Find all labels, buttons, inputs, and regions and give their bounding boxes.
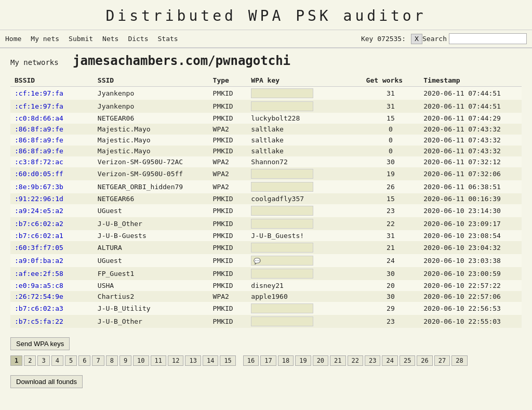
page-button[interactable]: 10 — [133, 355, 149, 366]
bssid-link[interactable]: :86:8f:a9:fe — [15, 147, 63, 155]
bssid-link[interactable]: :26:72:54:9e — [15, 293, 63, 300]
page-button[interactable]: 13 — [185, 355, 201, 366]
page-button[interactable]: 19 — [295, 355, 311, 366]
bssid-link[interactable]: :c3:8f:72:ac — [15, 158, 63, 166]
ssid-cell: NETGEAR_ORBI_hidden79 — [94, 180, 209, 193]
page-button[interactable]: 25 — [400, 355, 415, 366]
table-row: :af:ee:2f:58FP_Guest1PMKID 302020-06-10 … — [10, 267, 522, 280]
getworks-cell: 31 — [362, 230, 420, 241]
bssid-link[interactable]: :cf:1e:97:fa — [15, 102, 63, 110]
wpakey-cell: apple1960 — [247, 291, 362, 302]
timestamp-cell: 2020-06-10 23:14:30 — [419, 204, 522, 217]
wpakey-cell: coolgadfly357 — [247, 193, 362, 204]
nav-dicts[interactable]: Dicts — [128, 35, 148, 43]
bssid-link[interactable]: :b7:c6:02:a1 — [15, 232, 63, 240]
page-button[interactable]: 24 — [382, 355, 397, 366]
table-row: :b7:c6:02:a3J-U-B_UtilityPMKID 292020-06… — [10, 302, 522, 315]
nav-home[interactable]: Home — [5, 35, 21, 43]
nav-stats[interactable]: Stats — [158, 35, 178, 43]
page-button[interactable]: 23 — [365, 355, 380, 366]
getworks-cell: 0 — [362, 135, 420, 146]
page-button[interactable]: 6 — [78, 355, 90, 366]
table-row: :e0:9a:a5:c8USHAPMKIDdisney21202020-06-1… — [10, 280, 522, 291]
timestamp-cell: 2020-06-10 22:56:53 — [419, 302, 522, 315]
bssid-link[interactable]: :8e:9b:67:3b — [15, 183, 63, 191]
getworks-cell: 30 — [362, 267, 420, 280]
bssid-link[interactable]: :86:8f:a9:fe — [15, 136, 63, 144]
bssid-link[interactable]: :e0:9a:a5:c8 — [15, 282, 63, 289]
send-wpa-button[interactable]: Send WPA keys — [10, 337, 70, 350]
timestamp-cell: 2020-06-11 00:16:39 — [419, 193, 522, 204]
page-button[interactable]: 5 — [65, 355, 77, 366]
bssid-link[interactable]: :b7:c6:02:a3 — [15, 305, 63, 312]
page-button[interactable]: 8 — [106, 355, 118, 366]
bssid-link[interactable]: :b7:c5:fa:22 — [15, 318, 63, 325]
page-button[interactable]: 11 — [151, 355, 166, 366]
bssid-link[interactable]: :60:d0:05:ff — [15, 170, 63, 178]
ssid-cell: J-U-B_Other — [94, 315, 209, 328]
type-cell: PMKID — [209, 204, 247, 217]
page-button[interactable]: 14 — [203, 355, 218, 366]
page-button[interactable]: 27 — [434, 355, 450, 366]
timestamp-cell: 2020-06-11 07:43:32 — [419, 124, 522, 135]
page-button[interactable]: 20 — [313, 355, 328, 366]
page-button[interactable]: 21 — [330, 355, 345, 366]
getworks-cell: 23 — [362, 315, 420, 328]
nav-nets[interactable]: Nets — [102, 35, 118, 43]
page-button[interactable]: 2 — [24, 355, 36, 366]
bssid-link[interactable]: :c0:8d:66:a4 — [15, 114, 63, 122]
bssid-link[interactable]: :a9:0f:ba:a2 — [15, 257, 63, 264]
timestamp-cell: 2020-06-11 06:38:51 — [419, 180, 522, 193]
page-button[interactable]: 26 — [417, 355, 432, 366]
table-row: :c3:8f:72:acVerizon-SM-G950U-72ACWPA2Sha… — [10, 156, 522, 167]
clear-button[interactable]: X — [411, 34, 422, 44]
wpakey-box — [251, 243, 313, 253]
table-row: :8e:9b:67:3bNETGEAR_ORBI_hidden79WPA2 26… — [10, 180, 522, 193]
ssid-cell: Majestic.Mayo — [94, 124, 209, 135]
page-button[interactable]: 22 — [348, 355, 363, 366]
bssid-link[interactable]: :af:ee:2f:58 — [15, 270, 63, 277]
col-header-type: Type — [209, 74, 247, 87]
page-button[interactable]: 16 — [243, 355, 259, 366]
search-input[interactable] — [449, 33, 527, 44]
table-row: :b7:c5:fa:22J-U-B_OtherPMKID 232020-06-1… — [10, 315, 522, 328]
nav-submit[interactable]: Submit — [69, 35, 93, 43]
page-button[interactable]: 28 — [451, 355, 467, 366]
type-cell: WPA2 — [209, 291, 247, 302]
download-button[interactable]: Download all founds — [10, 375, 83, 388]
table-body: :cf:1e:97:faJyankenpoPMKID 312020-06-11 … — [10, 87, 522, 328]
data-table: BSSID SSID Type WPA key Get works Timest… — [10, 74, 522, 328]
timestamp-cell: 2020-06-11 07:44:51 — [419, 100, 522, 113]
page-button[interactable]: 7 — [92, 355, 104, 366]
bssid-link[interactable]: :cf:1e:97:fa — [15, 89, 63, 97]
getworks-cell: 19 — [362, 167, 420, 180]
getworks-cell: 31 — [362, 100, 420, 113]
ssid-cell: Majestic.Mayo — [94, 135, 209, 146]
chat-icon: 💬 — [254, 258, 261, 264]
type-cell: PMKID — [209, 87, 247, 100]
wpakey-cell — [247, 241, 362, 254]
nav-bar: Home My nets Submit Nets Dicts Stats Key… — [0, 30, 532, 48]
wpakey-cell: 💬 — [247, 254, 362, 267]
page-button[interactable]: 12 — [168, 355, 183, 366]
table-row: :cf:1e:97:faJyankenpoPMKID 312020-06-11 … — [10, 100, 522, 113]
network-title: jamesachambers.com/pwnagotchi — [73, 54, 290, 68]
page-button[interactable]: 18 — [278, 355, 294, 366]
nav-mynets[interactable]: My nets — [31, 35, 59, 43]
page-button[interactable]: 1 — [10, 355, 22, 366]
page-button[interactable]: 9 — [119, 355, 131, 366]
wpakey-box — [251, 219, 313, 229]
page-button[interactable]: 4 — [51, 355, 63, 366]
bssid-link[interactable]: :60:3f:f7:05 — [15, 244, 63, 252]
bssid-link[interactable]: :86:8f:a9:fe — [15, 125, 63, 133]
wpakey-box — [251, 303, 313, 313]
bssid-link[interactable]: :b7:c6:02:a2 — [15, 220, 63, 228]
timestamp-cell: 2020-06-10 23:09:17 — [419, 217, 522, 230]
timestamp-cell: 2020-06-10 22:55:03 — [419, 315, 522, 328]
page-button[interactable]: 17 — [260, 355, 276, 366]
bssid-link[interactable]: :a9:24:e5:a2 — [15, 207, 63, 215]
timestamp-cell: 2020-06-11 07:32:12 — [419, 156, 522, 167]
bssid-link[interactable]: :91:22:96:1d — [15, 195, 63, 203]
page-button[interactable]: 3 — [37, 355, 49, 366]
page-button[interactable]: 15 — [220, 355, 235, 366]
